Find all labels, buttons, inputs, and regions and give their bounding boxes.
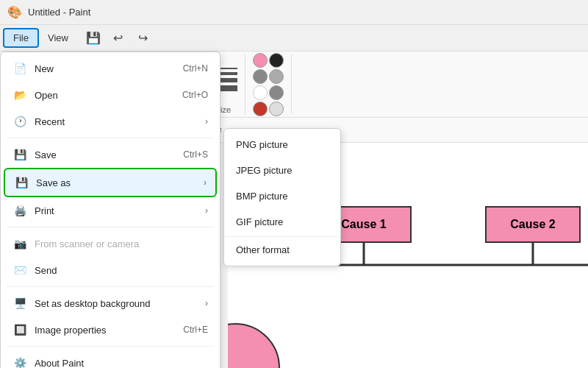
properties-icon: 🔲 [12, 322, 27, 337]
saveas-label: Save as [36, 177, 204, 188]
recent-arrow: › [205, 116, 208, 127]
menu-item-desktop[interactable]: 🖥️ Set as desktop background › [1, 290, 220, 316]
color-black[interactable] [269, 53, 284, 68]
quick-access-toolbar: 💾 ↩ ↪ [83, 28, 154, 49]
save-icon: 💾 [12, 147, 27, 162]
desktop-label: Set as desktop background [35, 298, 205, 309]
menu-item-properties[interactable]: 🔲 Image properties Ctrl+E [1, 316, 220, 343]
redo-button[interactable]: ↪ [133, 28, 154, 49]
save-quick-button[interactable]: 💾 [83, 28, 104, 49]
recent-icon: 🕐 [12, 114, 27, 129]
sep-after-recent [7, 138, 214, 138]
color-red[interactable] [253, 102, 268, 116]
color-lightgray[interactable] [269, 69, 284, 84]
new-shortcut: Ctrl+N [183, 63, 208, 74]
new-icon: 📄 [12, 61, 27, 76]
menu-item-send[interactable]: ✉️ Send [1, 257, 220, 283]
sep-after-print [7, 227, 214, 227]
menu-bar: File View 💾 ↩ ↪ [0, 25, 588, 52]
cause2-box: Cause 2 [485, 206, 581, 243]
open-shortcut: Ctrl+O [182, 90, 208, 100]
menu-item-open[interactable]: 📂 Open Ctrl+O [1, 82, 220, 108]
colors-section [245, 54, 292, 114]
print-label: Print [35, 205, 205, 216]
menu-item-saveas[interactable]: 💾 Save as › [4, 168, 217, 197]
sep-after-send [7, 286, 214, 287]
new-label: New [35, 63, 168, 74]
open-label: Open [35, 90, 168, 101]
properties-label: Image properties [35, 325, 168, 336]
file-menu-dropdown: 📄 New Ctrl+N 📂 Open Ctrl+O 🕐 Recent › 💾 … [0, 52, 220, 368]
saveas-bmp[interactable]: BMP picture [224, 183, 340, 209]
color-swatches [253, 53, 284, 116]
scanner-icon: 📷 [12, 236, 27, 251]
color-gray2[interactable] [269, 85, 284, 100]
saveas-arrow: › [204, 177, 207, 188]
sep-before-about [7, 346, 214, 347]
saveas-png[interactable]: PNG picture [224, 132, 340, 158]
color-white[interactable] [253, 85, 268, 100]
menu-item-recent[interactable]: 🕐 Recent › [1, 108, 220, 135]
color-pink[interactable] [253, 53, 268, 68]
properties-shortcut: Ctrl+E [183, 325, 208, 335]
save-label: Save [35, 149, 168, 160]
undo-button[interactable]: ↩ [108, 28, 129, 49]
saveas-other[interactable]: Other format [224, 236, 340, 263]
saveas-icon: 💾 [14, 175, 29, 190]
title-bar: 🎨 Untitled - Paint [0, 0, 588, 25]
svg-point-3 [228, 324, 279, 368]
title-text: Untitled - Paint [28, 7, 90, 18]
about-icon: ⚙️ [12, 355, 27, 368]
scanner-label: From scanner or camera [35, 238, 208, 250]
color-silver[interactable] [269, 102, 284, 116]
desktop-arrow: › [205, 298, 208, 308]
menu-item-print[interactable]: 🖨️ Print › [1, 197, 220, 224]
about-label: About Paint [35, 358, 208, 369]
menu-item-about[interactable]: ⚙️ About Paint [1, 350, 220, 368]
desktop-icon: 🖥️ [12, 296, 27, 311]
menu-item-save[interactable]: 💾 Save Ctrl+S [1, 141, 220, 168]
print-arrow: › [205, 205, 208, 216]
color-gray[interactable] [253, 69, 268, 84]
menu-item-new[interactable]: 📄 New Ctrl+N [1, 55, 220, 82]
open-icon: 📂 [12, 88, 27, 102]
saveas-gif[interactable]: GIF picture [224, 209, 340, 235]
print-icon: 🖨️ [12, 203, 27, 218]
menu-item-scanner: 📷 From scanner or camera [1, 230, 220, 257]
app-icon: 🎨 [7, 5, 22, 20]
send-icon: ✉️ [12, 263, 27, 277]
save-shortcut: Ctrl+S [183, 149, 208, 160]
recent-label: Recent [35, 116, 205, 127]
send-label: Send [35, 265, 208, 276]
view-menu-button[interactable]: View [39, 29, 77, 46]
file-menu-button[interactable]: File [3, 28, 39, 48]
saveas-submenu: PNG picture JPEG picture BMP picture GIF… [223, 128, 341, 266]
saveas-jpeg[interactable]: JPEG picture [224, 158, 340, 183]
